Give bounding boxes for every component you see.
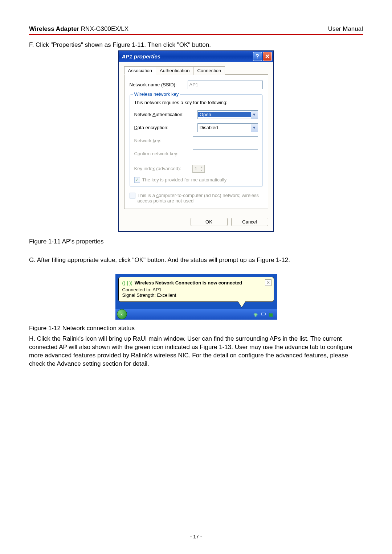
balloon-tail: [238, 301, 245, 307]
auth-row: Network Authentication: Open ▾: [134, 110, 258, 119]
tab-panel-association: Network name (SSID): AP1 Wireless networ…: [124, 74, 268, 209]
ok-button[interactable]: OK: [191, 218, 228, 226]
manual-page: Wireless Adapter RNX-G300EX/LX User Manu…: [0, 0, 392, 554]
dialog-title: AP1 properties: [122, 53, 161, 59]
balloon-tooltip: ((❙)) Wireless Network Connection is now…: [118, 277, 274, 302]
taskbar: ‹ ◉ 🖵 ▣: [115, 309, 277, 320]
balloon-close-button[interactable]: ✕: [265, 279, 271, 286]
ap-properties-dialog: AP1 properties ? ✕ Association Authentic…: [119, 51, 274, 231]
chevron-down-icon: ▾: [251, 111, 258, 119]
wireless-key-legend: Wireless network key: [133, 91, 180, 97]
encryption-label: Data encryption:: [134, 125, 197, 130]
titlebar-help-button[interactable]: ?: [253, 52, 262, 61]
figure-1-11-caption: Figure 1-11 AP's properties: [29, 238, 363, 245]
network-key-row: Network key:: [134, 136, 258, 145]
network-key-input: [193, 136, 258, 145]
confirm-key-row: Confirm network key:: [134, 149, 258, 158]
key-index-row: Key index (advanced): 1 ▲▼: [134, 165, 258, 173]
ssid-label: Network name (SSID):: [130, 82, 188, 87]
adhoc-label: This is a computer-to-computer (ad hoc) …: [138, 193, 263, 204]
auto-key-label: The key is provided for me automatically: [142, 177, 227, 182]
adhoc-row: ✓ This is a computer-to-computer (ad hoc…: [130, 193, 263, 204]
tray-ralink-icon[interactable]: ▣: [268, 311, 275, 317]
dialog-body: Association Authentication Connection Ne…: [119, 62, 273, 214]
titlebar-close-button[interactable]: ✕: [263, 52, 272, 61]
step-h-text: H. Click the Ralink's icon will bring up…: [29, 335, 363, 368]
tray-wireless-icon[interactable]: ◉: [252, 311, 259, 317]
encryption-combo[interactable]: Disabled ▾: [197, 123, 258, 132]
start-button[interactable]: ‹: [117, 309, 127, 319]
product-title: Wireless Adapter RNX-G300EX/LX: [29, 25, 128, 33]
auth-combo[interactable]: Open ▾: [197, 110, 258, 119]
dialog-tabs: Association Authentication Connection: [124, 66, 268, 75]
balloon-title: Wireless Network Connection is now conne…: [135, 280, 242, 286]
tab-authentication[interactable]: Authentication: [156, 66, 193, 75]
page-header: Wireless Adapter RNX-G300EX/LX User Manu…: [29, 25, 363, 34]
dialog-button-bar: OK Cancel: [119, 214, 273, 231]
auth-label: Network Authentication:: [134, 112, 197, 117]
header-divider: [29, 34, 363, 35]
key-index-spinner: 1 ▲▼: [192, 165, 205, 173]
requires-text: This network requires a key for the foll…: [134, 100, 258, 105]
step-g-text: G. After filling appropriate value, clic…: [29, 256, 363, 264]
key-index-label: Key index (advanced):: [134, 166, 192, 171]
ssid-row: Network name (SSID): AP1: [130, 81, 263, 89]
confirm-key-input: [193, 149, 258, 158]
network-key-label: Network key:: [134, 138, 193, 143]
auto-key-checkbox: ✓: [134, 177, 140, 183]
connection-status-figure: ((❙)) Wireless Network Connection is now…: [115, 274, 277, 320]
figure-1-12-caption: Figure 1-12 Network connection status: [29, 325, 363, 332]
encryption-row: Data encryption: Disabled ▾: [134, 123, 258, 132]
wireless-key-group: Wireless network key This network requir…: [130, 94, 263, 187]
page-number: - 17 -: [0, 534, 392, 539]
wireless-icon: ((❙)): [122, 280, 132, 286]
adhoc-checkbox: ✓: [130, 193, 135, 198]
tray-network-icon[interactable]: 🖵: [260, 311, 267, 317]
tab-connection[interactable]: Connection: [193, 66, 225, 75]
confirm-key-label: Confirm network key:: [134, 151, 193, 156]
balloon-line-1: Connected to: AP1: [122, 287, 270, 292]
chevron-down-icon: ▾: [251, 124, 258, 132]
page-header-right: User Manual: [328, 25, 363, 33]
dialog-titlebar[interactable]: AP1 properties ? ✕: [119, 51, 273, 62]
ssid-input[interactable]: AP1: [188, 81, 263, 89]
cancel-button[interactable]: Cancel: [231, 218, 268, 226]
step-f-text: F. Click "Properties" shown as Figure 1-…: [29, 41, 363, 49]
tab-association[interactable]: Association: [124, 66, 156, 75]
balloon-line-2: Signal Strength: Excellent: [122, 292, 270, 298]
auto-key-row: ✓ The key is provided for me automatical…: [134, 177, 258, 183]
